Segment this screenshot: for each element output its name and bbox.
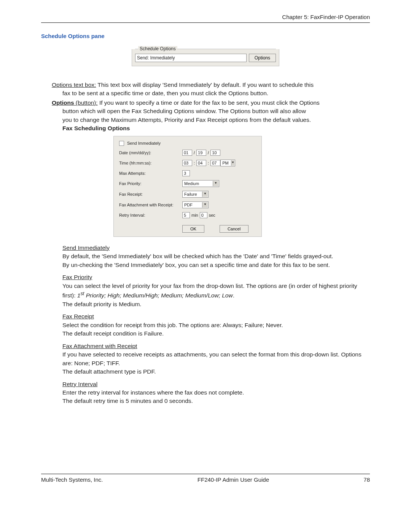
time-sep2: : bbox=[208, 161, 209, 165]
date-label: Date (mm/dd/yy): bbox=[119, 150, 182, 155]
send-immediately-head: Send Immediately bbox=[62, 244, 370, 252]
retry-interval-p2: The default retry time is 5 minutes and … bbox=[62, 397, 370, 405]
schedule-options-pane: Schedule Options Send: Immediately Optio… bbox=[132, 49, 279, 66]
fax-attachment-select[interactable]: PDF▼ bbox=[182, 201, 209, 208]
cancel-button[interactable]: Cancel bbox=[220, 225, 249, 233]
date-sep1: / bbox=[194, 150, 195, 155]
fax-priority-italic: 1st Priority; High; Medium/High; Medium;… bbox=[77, 292, 233, 299]
send-textbox[interactable]: Send: Immediately bbox=[135, 54, 247, 62]
fax-priority-value: Medium bbox=[184, 181, 199, 186]
fax-priority-select[interactable]: Medium▼ bbox=[182, 180, 219, 187]
fax-priority-head: Fax Priority bbox=[62, 273, 370, 281]
fax-attachment-p1: If you have selected to receive receipts… bbox=[62, 350, 370, 367]
p1-rest2: fax to be sent at a specific time or dat… bbox=[62, 90, 268, 96]
send-immediately-checkbox[interactable] bbox=[119, 141, 124, 146]
ampm-select[interactable]: PM▼ bbox=[220, 160, 235, 166]
footer-center: FF240-IP Admin User Guide bbox=[198, 476, 269, 483]
fax-attachment-p2: The default attachment type is PDF. bbox=[62, 367, 370, 376]
body-text: Options text box: This text box will dis… bbox=[41, 81, 370, 133]
page-header: Chapter 5: FaxFinder-IP Operation bbox=[41, 14, 370, 23]
retry-interval-p1: Enter the retry interval for instances w… bbox=[62, 388, 370, 397]
footer-right: 78 bbox=[363, 476, 370, 483]
options-button-lead2: (button): bbox=[74, 99, 98, 106]
fax-attachment-head: Fax Attachment with Receipt bbox=[62, 342, 370, 350]
fax-receipt-p1: Select the condition for receipt from th… bbox=[62, 321, 370, 329]
options-textbox-lead: Options text box: bbox=[52, 81, 96, 88]
fieldset-line-right bbox=[177, 49, 276, 49]
footer-left: Multi-Tech Systems, Inc. bbox=[41, 476, 103, 483]
fax-receipt-value: Failure bbox=[184, 192, 197, 197]
max-attempts-label: Max Attempts: bbox=[119, 171, 182, 176]
fax-attachment-label: Fax Attachment with Receipt: bbox=[119, 203, 182, 207]
time-mm-input[interactable]: 04 bbox=[196, 160, 206, 166]
chevron-down-icon: ▼ bbox=[231, 160, 235, 166]
date-dd-input[interactable]: 19 bbox=[196, 150, 206, 156]
fax-receipt-p2: The default receipt condition is Failure… bbox=[62, 329, 370, 338]
chevron-down-icon: ▼ bbox=[213, 181, 218, 186]
retry-interval-label: Retry Interval: bbox=[119, 213, 182, 217]
time-ss-input[interactable]: 07 bbox=[210, 160, 220, 166]
fax-priority-label: Fax Priority: bbox=[119, 181, 182, 186]
fax-receipt-label: Fax Receipt: bbox=[119, 192, 182, 197]
page-footer: Multi-Tech Systems, Inc. FF240-IP Admin … bbox=[41, 474, 370, 483]
p1-rest1: This text box will display 'Send Immedia… bbox=[96, 81, 314, 88]
options-button-lead: Options bbox=[52, 99, 74, 106]
fax-priority-p2: The default priority is Medium. bbox=[62, 300, 370, 308]
date-sep2: / bbox=[208, 150, 209, 155]
chevron-down-icon: ▼ bbox=[202, 202, 208, 208]
send-immediately-label: Send Immediately bbox=[127, 141, 161, 145]
fax-scheduling-options-dialog: Send Immediately Date (mm/dd/yy): 01 / 1… bbox=[113, 136, 262, 237]
fax-scheduling-options-subhead: Fax Scheduling Options bbox=[41, 124, 370, 133]
send-immediately-p1: By default, the 'Send Immediately' box w… bbox=[62, 252, 370, 260]
time-sep1: : bbox=[194, 161, 195, 165]
send-immediately-p2: By un-checking the 'Send Immediately' bo… bbox=[62, 261, 370, 269]
fieldset-legend: Schedule Options bbox=[138, 46, 177, 51]
fieldset-line-left bbox=[135, 49, 138, 49]
retry-interval-head: Retry Interval bbox=[62, 380, 370, 388]
chapter-title: Chapter 5: FaxFinder-IP Operation bbox=[282, 14, 370, 20]
retry-min-unit: min bbox=[191, 213, 198, 217]
options-button[interactable]: Options bbox=[249, 54, 276, 62]
section-title: Schedule Options pane bbox=[41, 33, 370, 39]
fax-receipt-select[interactable]: Failure▼ bbox=[182, 191, 209, 198]
date-yy-input[interactable]: 10 bbox=[210, 150, 220, 156]
date-mm-input[interactable]: 01 bbox=[182, 150, 192, 156]
p2-rest2: button which will open the Fax Schedulin… bbox=[62, 108, 306, 114]
retry-sec-unit: sec bbox=[209, 213, 215, 217]
time-label: Time (hh:mm:ss): bbox=[119, 161, 182, 165]
fax-receipt-head: Fax Receipt bbox=[62, 312, 370, 321]
p2-rest3: you to change the Maximum Attempts, Prio… bbox=[62, 117, 311, 123]
time-hh-input[interactable]: 03 bbox=[182, 160, 192, 166]
retry-min-input[interactable]: 5 bbox=[182, 212, 190, 218]
retry-sec-input[interactable]: 0 bbox=[200, 212, 207, 218]
fax-attachment-value: PDF bbox=[184, 203, 193, 207]
fax-priority-p1end: . bbox=[233, 292, 234, 299]
ampm-value: PM bbox=[222, 161, 229, 165]
p2-rest1: If you want to specify a time or date fo… bbox=[98, 99, 320, 106]
ok-button[interactable]: OK bbox=[182, 225, 204, 233]
chevron-down-icon: ▼ bbox=[202, 192, 208, 197]
max-attempts-input[interactable]: 3 bbox=[182, 170, 190, 176]
